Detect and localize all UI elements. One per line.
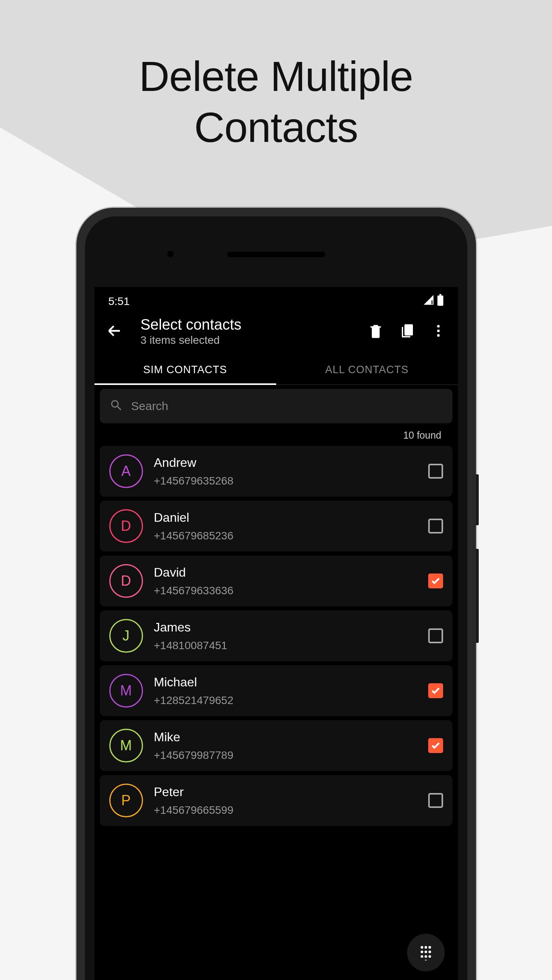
contact-name: Mike	[154, 730, 417, 744]
svg-point-7	[420, 946, 423, 949]
contact-checkbox[interactable]	[428, 683, 443, 698]
contact-row[interactable]: JJames+14810087451	[100, 610, 452, 661]
svg-rect-2	[439, 294, 441, 296]
contact-row[interactable]: AAndrew+145679635268	[100, 446, 452, 497]
contact-checkbox[interactable]	[428, 464, 443, 479]
phone-speaker	[227, 252, 325, 257]
svg-rect-1	[437, 296, 443, 306]
signal-icon	[423, 294, 434, 309]
contact-info: Andrew+145679635268	[154, 456, 417, 487]
contact-avatar: D	[109, 509, 143, 543]
svg-point-4	[437, 325, 440, 328]
screen: 5:51 Select contacts 3 items selected	[94, 287, 458, 980]
svg-point-14	[424, 955, 427, 958]
contact-name: Michael	[154, 675, 417, 690]
contact-phone: +145679633636	[154, 584, 417, 597]
svg-rect-3	[404, 324, 413, 335]
found-count: 10 found	[100, 423, 452, 446]
search-input[interactable]: Search	[100, 389, 452, 423]
contact-avatar: D	[109, 564, 143, 598]
contact-name: James	[154, 620, 417, 635]
promo-title: Delete Multiple Contacts	[0, 51, 552, 152]
contact-row[interactable]: DDavid+145679633636	[100, 555, 452, 606]
contact-checkbox[interactable]	[428, 738, 443, 753]
app-bar-title: Select contacts	[141, 316, 350, 333]
svg-point-15	[428, 955, 431, 958]
contact-info: James+14810087451	[154, 620, 417, 652]
contact-checkbox[interactable]	[428, 793, 443, 808]
copy-button[interactable]	[399, 323, 415, 340]
phone-frame: 5:51 Select contacts 3 items selected	[76, 208, 476, 980]
svg-point-12	[428, 951, 431, 953]
tab-sim-contacts[interactable]: SIM CONTACTS	[94, 354, 276, 385]
contact-name: Peter	[154, 785, 417, 799]
contact-info: Daniel+145679685236	[154, 510, 417, 542]
contact-avatar: P	[109, 784, 143, 817]
contact-info: Peter+145679665599	[154, 785, 417, 817]
contact-avatar: J	[109, 619, 143, 653]
svg-point-10	[420, 951, 423, 953]
contact-phone: +145679665599	[154, 804, 417, 817]
contact-phone: +145679685236	[154, 530, 417, 542]
svg-point-11	[424, 951, 427, 953]
more-button[interactable]	[431, 323, 446, 340]
contact-name: Andrew	[154, 456, 417, 470]
contact-row[interactable]: DDaniel+145679685236	[100, 501, 452, 552]
contact-info: Michael+128521479652	[154, 675, 417, 707]
promo-title-line1: Delete Multiple	[0, 51, 552, 102]
contact-checkbox[interactable]	[428, 573, 443, 588]
svg-point-13	[420, 955, 423, 958]
phone-side-button	[476, 549, 479, 643]
contact-name: David	[154, 565, 417, 580]
contact-row[interactable]: MMike+145679987789	[100, 720, 452, 771]
phone-side-button	[476, 474, 479, 525]
search-icon	[109, 398, 123, 414]
contact-checkbox[interactable]	[428, 519, 443, 534]
tab-all-contacts[interactable]: ALL CONTACTS	[276, 354, 458, 385]
search-placeholder: Search	[131, 399, 168, 413]
contact-phone: +145679987789	[154, 749, 417, 762]
contact-info: David+145679633636	[154, 565, 417, 597]
svg-point-16	[424, 960, 427, 960]
contact-phone: +128521479652	[154, 694, 417, 707]
app-bar: Select contacts 3 items selected	[94, 312, 458, 354]
status-bar: 5:51	[94, 287, 458, 312]
contact-row[interactable]: MMichael+128521479652	[100, 665, 452, 716]
back-button[interactable]	[106, 323, 123, 341]
svg-point-6	[437, 334, 440, 337]
svg-point-9	[428, 946, 431, 949]
contact-avatar: M	[109, 674, 143, 708]
contact-phone: +145679635268	[154, 475, 417, 487]
contact-avatar: A	[109, 454, 143, 488]
svg-point-5	[437, 329, 440, 332]
contact-list: AAndrew+145679635268DDaniel+145679685236…	[100, 446, 452, 826]
svg-point-8	[424, 946, 427, 949]
contact-avatar: M	[109, 729, 143, 762]
svg-rect-0	[431, 300, 433, 304]
dialpad-button[interactable]	[407, 934, 445, 971]
contact-name: Daniel	[154, 510, 417, 525]
phone-camera	[167, 251, 174, 257]
status-time: 5:51	[109, 295, 130, 308]
contact-checkbox[interactable]	[428, 628, 443, 643]
app-bar-subtitle: 3 items selected	[141, 334, 350, 347]
delete-button[interactable]	[368, 323, 384, 340]
contact-info: Mike+145679987789	[154, 730, 417, 762]
battery-icon	[437, 294, 444, 309]
tabs: SIM CONTACTS ALL CONTACTS	[94, 354, 458, 385]
contact-phone: +14810087451	[154, 639, 417, 652]
contact-row[interactable]: PPeter+145679665599	[100, 775, 452, 826]
promo-title-line2: Contacts	[0, 102, 552, 153]
